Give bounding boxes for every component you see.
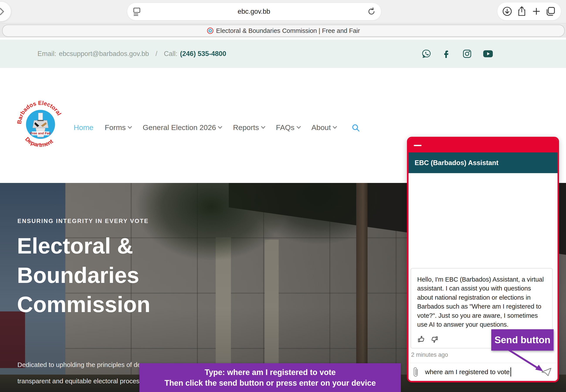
tab-strip: Electoral & Boundaries Commission | Free… <box>0 23 566 38</box>
nav-item-reports[interactable]: Reports <box>233 123 265 132</box>
nav-label: About <box>311 123 331 132</box>
phone-value[interactable]: (246) 535-4800 <box>180 50 226 58</box>
hero-title-line: Electoral & <box>17 231 150 261</box>
reader-icon[interactable] <box>133 7 141 16</box>
chevron-down-icon <box>128 124 132 129</box>
assistant-message-text: Hello, I'm EBC (Barbados) Assistant, a v… <box>417 275 547 329</box>
social-links <box>422 40 493 68</box>
hero-title-line: Commission <box>17 290 150 319</box>
chat-widget-topbar <box>409 138 557 153</box>
nav-item-about[interactable]: About <box>311 123 337 132</box>
browser-tab[interactable]: Electoral & Boundaries Commission | Free… <box>2 25 565 37</box>
nav-label: FAQs <box>276 123 295 132</box>
call-label: Call: <box>164 50 177 58</box>
chat-widget-header: EBC (Barbados) Assistant <box>409 153 557 173</box>
search-icon[interactable] <box>351 123 360 132</box>
contact-info: Email: ebcsupport@barbados.gov.bb / Call… <box>38 40 226 68</box>
chevron-down-icon <box>218 124 222 129</box>
email-label: Email: <box>38 50 56 58</box>
email-value[interactable]: ebcsupport@barbados.gov.bb <box>59 50 149 58</box>
share-icon[interactable] <box>517 6 527 17</box>
nav-item-faqs[interactable]: FAQs <box>276 123 300 132</box>
instruction-line: Type: where am I registered to vote <box>205 368 336 377</box>
screen: ebc.gov.bb Electoral & Boundaries Commis… <box>0 0 566 392</box>
nav-label: Reports <box>233 123 259 132</box>
hero-paragraph-line: Dedicated to upholding the principles of… <box>17 361 146 368</box>
instruction-banner: Type: where am I registered to vote Then… <box>140 363 401 392</box>
page-title: Electoral & Boundaries Commission <box>17 231 150 319</box>
whatsapp-icon[interactable] <box>422 49 431 58</box>
instagram-icon[interactable] <box>462 49 472 59</box>
chevron-right-icon <box>0 7 5 16</box>
attachment-icon[interactable] <box>412 366 419 378</box>
contact-separator: / <box>156 50 157 58</box>
thumbs-up-icon[interactable] <box>417 335 425 343</box>
youtube-icon[interactable] <box>483 50 493 58</box>
chevron-down-icon <box>333 124 337 129</box>
download-icon[interactable] <box>502 6 512 16</box>
minimize-icon[interactable] <box>414 145 422 146</box>
browser-toolbar: ebc.gov.bb <box>0 0 566 23</box>
hero-paragraph-line: transparent and equitable electoral proc… <box>17 378 146 385</box>
browser-actions <box>497 2 561 20</box>
instruction-line: Then click the send button or press ente… <box>165 378 376 388</box>
chevron-down-icon <box>297 124 301 129</box>
facebook-icon[interactable] <box>442 49 452 58</box>
chat-title: EBC (Barbados) Assistant <box>415 159 498 167</box>
nav-label: General Election 2026 <box>143 123 216 132</box>
thumbs-down-icon[interactable] <box>431 335 439 343</box>
annotation-arrow-icon <box>503 347 549 378</box>
sidebar-toggle-button[interactable] <box>0 2 11 21</box>
new-tab-icon[interactable] <box>532 7 541 16</box>
contact-bar: Email: ebcsupport@barbados.gov.bb / Call… <box>0 40 566 68</box>
nav-item-forms[interactable]: Forms <box>105 123 131 132</box>
main-nav: Home Forms General Election 2026 Reports… <box>74 122 360 132</box>
reload-icon[interactable] <box>367 7 376 16</box>
chat-input-value: where am I registered to vote <box>425 368 510 376</box>
hero-title-line: Boundaries <box>17 261 150 290</box>
nav-label: Home <box>74 123 93 132</box>
logo-ribbon-text: Free and Fair <box>30 131 51 135</box>
tabs-overview-icon[interactable] <box>546 6 556 16</box>
nav-label: Forms <box>105 123 126 132</box>
site-favicon <box>207 28 213 34</box>
address-bar[interactable]: ebc.gov.bb <box>127 3 381 20</box>
url-text[interactable]: ebc.gov.bb <box>141 8 367 15</box>
tab-title: Electoral & Boundaries Commission | Free… <box>216 27 360 34</box>
chat-widget: EBC (Barbados) Assistant Hello, I'm EBC … <box>407 137 559 382</box>
chevron-down-icon <box>261 124 265 129</box>
nav-item-home[interactable]: Home <box>74 123 93 132</box>
nav-item-general-election-2026[interactable]: General Election 2026 <box>143 123 222 132</box>
ebc-logo[interactable]: Barbados Electoral Department Free and F… <box>16 100 65 149</box>
hero-eyebrow: ENSURING INTEGRITY IN EVERY VOTE <box>17 218 149 224</box>
